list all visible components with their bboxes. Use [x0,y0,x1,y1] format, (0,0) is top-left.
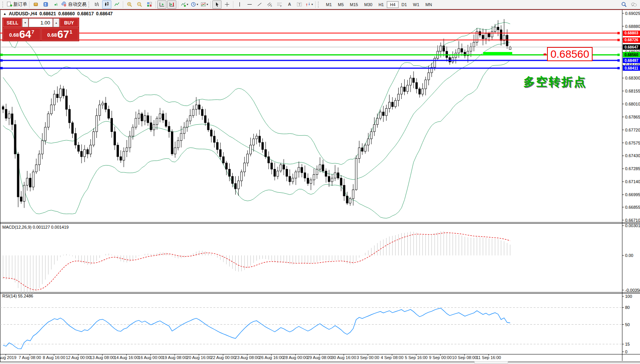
price-tick-label: 0.66855 [625,205,640,210]
date-axis-label: 16 Aug 00:00 [138,355,163,360]
bottom-scroll-strip[interactable] [0,362,640,364]
timeframe-button-m1[interactable]: M1 [323,1,335,8]
clock-icon [191,2,196,7]
price-tick-label: 0.68300 [625,76,640,80]
price-tick-label: 0.67575 [625,141,640,145]
rsi-indicator-label: RSI(14) 55.2486 [2,294,33,298]
vertical-line-button[interactable] [235,0,244,9]
autotrading-label: 自动交易 [68,1,86,8]
date-axis-label: 12 Aug 00:00 [66,355,91,360]
chart-candlesticks-button[interactable] [102,0,111,9]
rsi-pane [0,307,622,349]
toolbar-separator [210,1,211,8]
volume-increase-button[interactable]: ▲ [53,18,59,27]
collapse-icon[interactable]: ▲ [3,12,7,16]
bar-chart-icon [94,2,100,7]
price-tick-label: 0.66995 [625,192,640,197]
date-axis-label: 13 Aug 08:00 [90,355,115,360]
macd-indicator-label: MACD(12,26,9) 0.001127 0.001419 [2,225,68,229]
ohlc-high: 0.68660 [58,11,75,16]
chart-shift-button[interactable] [167,0,176,9]
price-line-axis-box: 0.68497 [623,58,640,63]
price-label-anchor [544,54,546,55]
zoom-in-button[interactable] [125,0,134,9]
scrollbar-thumb[interactable] [474,361,508,364]
cursor-arrow-icon [214,2,220,7]
toolbar-separator [178,1,178,8]
timeframe-button-m30[interactable]: M30 [361,1,375,8]
zoom-out-icon [137,2,142,7]
sell-button[interactable]: SELL [3,18,22,27]
date-axis-label: 8 Aug 16:00 [43,355,65,360]
search-button[interactable] [619,0,629,9]
timeframe-button-h4[interactable]: H4 [387,1,398,8]
chat-button[interactable] [629,0,638,9]
buy-button[interactable]: BUY [60,18,78,27]
timeframe-button-m15[interactable]: M15 [347,1,361,8]
chart-bars-button[interactable] [92,0,101,9]
chart-line-button[interactable] [112,0,121,9]
date-axis-label: 28 Aug 00:00 [283,355,308,360]
timeframe-button-d1[interactable]: D1 [399,1,410,8]
auto-scroll-button[interactable] [157,0,166,9]
new-order-button[interactable]: 新订单 [6,0,28,9]
buy-price-point: 1 [70,29,72,35]
gold-box-icon [33,2,39,7]
buy-price-base: 0.68 [47,32,57,38]
templates-button[interactable]: ▾ [200,0,209,9]
arrows-button[interactable]: ▾ [305,0,314,9]
price-tick-label: 0.67720 [625,128,640,132]
timeframe-button-mn[interactable]: MN [422,1,435,8]
turning-point-annotation[interactable]: 多空转折点 [523,74,586,90]
sell-price-display[interactable]: 0.68647 [3,28,41,41]
dropdown-caret[interactable]: ▾ [207,3,208,6]
rsi-tick-label: 0 [625,349,627,354]
toolbar-separator [123,1,123,8]
channel-button[interactable]: E [265,0,274,9]
trendline-button[interactable] [255,0,264,9]
sell-price-base: 0.68 [9,32,19,38]
fibonacci-button[interactable]: F [275,0,284,9]
price-tick-label: 0.66710 [625,218,640,223]
price-tick-label: 0.67430 [625,153,640,158]
dropdown-caret[interactable]: ▾ [197,3,198,6]
crosshair-button[interactable] [222,0,231,9]
autotrading-icon [61,2,67,7]
periods-button[interactable]: ▾ [190,0,199,9]
metaeditor-button[interactable] [41,0,50,9]
tile-windows-button[interactable] [145,0,154,9]
indicators-button[interactable]: ▾ [180,0,189,9]
buy-price-display[interactable]: 0.68671 [41,28,79,41]
chart-shift-icon [169,2,175,7]
dropdown-caret[interactable]: ▾ [311,3,313,6]
timeframe-button-h1[interactable]: H1 [375,1,387,8]
text-label-button[interactable]: T [295,0,304,9]
volume-input[interactable]: 1.00 [29,18,53,27]
signals-button[interactable] [51,0,60,9]
cursor-button[interactable] [212,0,221,9]
new-order-icon [7,2,12,7]
templates-icon [200,2,206,7]
signals-icon [53,2,59,7]
gold-box-button[interactable] [31,0,40,9]
vertical-line-icon [237,2,243,7]
date-axis-label: 19 Aug 08:00 [162,355,187,360]
buy-price-pips: 67 [57,29,69,39]
timeframe-button-m5[interactable]: M5 [335,1,347,8]
price-line-axis-box: 0.68560 [623,52,640,57]
zoom-out-button[interactable] [135,0,144,9]
horizontal-line-button[interactable] [245,0,254,9]
toolbar-grip [2,2,4,8]
autotrading-button[interactable]: 自动交易 [61,0,87,9]
timeframe-button-w1[interactable]: W1 [410,1,423,8]
ohlc-open: 0.68621 [39,11,56,16]
date-axis-label: 30 Aug 16:00 [331,355,356,360]
candles-layer [2,19,511,208]
equidistant-channel-icon: E [267,2,272,7]
macd-tick-label: -0.003506 [625,288,640,292]
volume-decrease-button[interactable]: ▼ [22,18,28,27]
arrows-icon [305,2,311,7]
text-button[interactable]: A [285,0,294,9]
dropdown-caret[interactable]: ▾ [187,3,188,6]
support-price-label[interactable]: 0.68560 [547,47,593,61]
